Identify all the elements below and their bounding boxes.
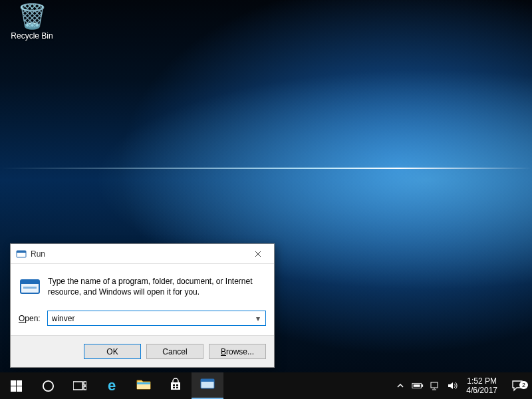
- edge-button[interactable]: e: [96, 372, 128, 399]
- tray-overflow-button[interactable]: [392, 383, 409, 388]
- open-label: Open:: [19, 314, 41, 323]
- run-icon: [19, 276, 41, 299]
- svg-point-9: [43, 380, 53, 390]
- notification-badge: 2: [519, 381, 528, 389]
- edge-icon: e: [108, 377, 116, 394]
- chevron-down-icon[interactable]: ▾: [253, 314, 263, 323]
- network-button[interactable]: [426, 380, 444, 391]
- run-title: Run: [31, 249, 243, 259]
- titlebar[interactable]: Run: [11, 244, 274, 264]
- network-icon: [430, 380, 440, 391]
- run-taskbar-icon: [200, 378, 215, 393]
- svg-rect-5: [11, 380, 16, 386]
- svg-rect-22: [422, 384, 424, 387]
- volume-button[interactable]: [444, 380, 461, 391]
- clock-time: 1:52 PM: [466, 376, 497, 386]
- file-explorer-button[interactable]: [128, 372, 160, 399]
- windows-logo-icon: [11, 380, 22, 392]
- task-view-icon: [73, 380, 86, 391]
- store-icon: [169, 378, 182, 394]
- speaker-icon: [447, 380, 458, 391]
- run-message: Type the name of a program, folder, docu…: [48, 276, 266, 299]
- battery-icon: [412, 382, 424, 390]
- svg-rect-10: [73, 382, 82, 390]
- svg-rect-12: [84, 386, 86, 390]
- cortana-button[interactable]: [32, 372, 64, 399]
- svg-rect-14: [137, 382, 150, 384]
- browse-button[interactable]: Browse...: [209, 344, 266, 359]
- store-button[interactable]: [160, 372, 192, 399]
- run-app-icon: [16, 249, 27, 259]
- chevron-up-icon: [397, 383, 404, 388]
- svg-rect-8: [17, 386, 22, 392]
- svg-rect-15: [173, 384, 175, 386]
- close-button[interactable]: [243, 244, 273, 263]
- action-center-button[interactable]: 2: [503, 380, 532, 392]
- svg-rect-3: [21, 280, 39, 284]
- svg-rect-11: [84, 382, 86, 385]
- open-combobox[interactable]: ▾: [47, 311, 266, 326]
- clock-button[interactable]: 1:52 PM 4/6/2017: [461, 376, 503, 395]
- battery-button[interactable]: [409, 382, 426, 390]
- task-view-button[interactable]: [64, 372, 96, 399]
- svg-rect-18: [176, 387, 178, 388]
- button-row: OK Cancel Browse...: [11, 335, 274, 367]
- run-taskbar-button[interactable]: [192, 372, 223, 399]
- svg-rect-23: [414, 384, 420, 387]
- clock-date: 4/6/2017: [466, 386, 497, 395]
- svg-rect-7: [11, 386, 16, 392]
- folder-icon: [136, 378, 151, 394]
- recycle-bin-label: Recycle Bin: [7, 31, 57, 41]
- start-button[interactable]: [0, 372, 32, 399]
- open-input[interactable]: [52, 314, 253, 323]
- desktop-wallpaper: 🗑️ Recycle Bin Run Type the name of a pr…: [0, 0, 532, 399]
- ok-button[interactable]: OK: [84, 344, 141, 359]
- svg-rect-1: [17, 251, 26, 253]
- cancel-button[interactable]: Cancel: [146, 344, 203, 359]
- svg-rect-6: [17, 380, 22, 386]
- svg-rect-16: [176, 384, 178, 386]
- svg-rect-17: [173, 387, 175, 388]
- svg-rect-20: [201, 379, 214, 382]
- svg-rect-4: [23, 287, 37, 289]
- taskbar: e: [0, 372, 532, 399]
- trash-icon: 🗑️: [7, 3, 57, 30]
- svg-rect-24: [431, 382, 438, 388]
- close-icon: [255, 251, 261, 257]
- run-dialog: Run Type the name of a program, folder, …: [10, 243, 275, 368]
- recycle-bin-icon[interactable]: 🗑️ Recycle Bin: [7, 3, 57, 41]
- circle-icon: [42, 380, 55, 392]
